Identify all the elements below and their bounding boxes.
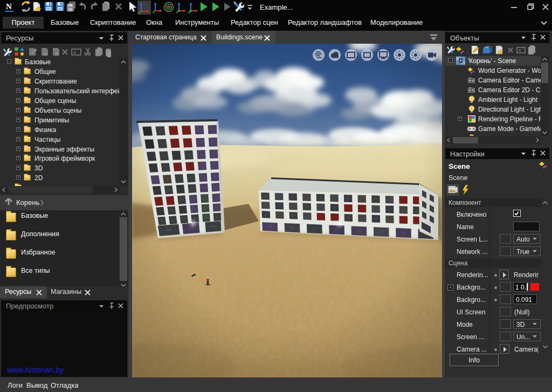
svg-text:X: X: [73, 50, 76, 55]
svg-text:N: N: [6, 2, 12, 11]
svg-text:X: X: [519, 49, 521, 53]
svg-text:Example...: Example...: [260, 3, 293, 11]
